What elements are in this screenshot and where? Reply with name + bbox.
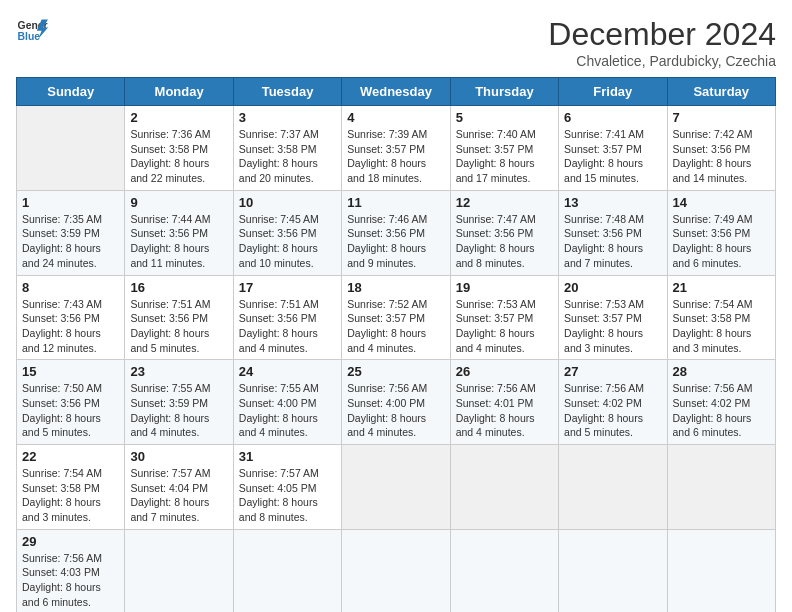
table-row: 10Sunrise: 7:45 AMSunset: 3:56 PMDayligh… [233, 190, 341, 275]
day-detail: Sunrise: 7:52 AMSunset: 3:57 PMDaylight:… [347, 297, 444, 356]
logo: General Blue [16, 16, 48, 44]
day-number: 31 [239, 449, 336, 464]
day-number: 25 [347, 364, 444, 379]
day-detail: Sunrise: 7:46 AMSunset: 3:56 PMDaylight:… [347, 212, 444, 271]
day-detail: Sunrise: 7:51 AMSunset: 3:56 PMDaylight:… [130, 297, 227, 356]
table-row: 28Sunrise: 7:56 AMSunset: 4:02 PMDayligh… [667, 360, 775, 445]
day-number: 14 [673, 195, 770, 210]
day-number: 9 [130, 195, 227, 210]
table-row [342, 529, 450, 612]
day-detail: Sunrise: 7:43 AMSunset: 3:56 PMDaylight:… [22, 297, 119, 356]
day-detail: Sunrise: 7:42 AMSunset: 3:56 PMDaylight:… [673, 127, 770, 186]
table-row: 4Sunrise: 7:39 AMSunset: 3:57 PMDaylight… [342, 106, 450, 191]
header-row: Sunday Monday Tuesday Wednesday Thursday… [17, 78, 776, 106]
col-monday: Monday [125, 78, 233, 106]
day-number: 16 [130, 280, 227, 295]
table-row: 12Sunrise: 7:47 AMSunset: 3:56 PMDayligh… [450, 190, 558, 275]
day-number: 29 [22, 534, 119, 549]
day-number: 21 [673, 280, 770, 295]
day-number: 15 [22, 364, 119, 379]
day-number: 19 [456, 280, 553, 295]
day-number: 5 [456, 110, 553, 125]
col-saturday: Saturday [667, 78, 775, 106]
day-detail: Sunrise: 7:51 AMSunset: 3:56 PMDaylight:… [239, 297, 336, 356]
day-number: 11 [347, 195, 444, 210]
day-number: 27 [564, 364, 661, 379]
day-number: 20 [564, 280, 661, 295]
day-number: 8 [22, 280, 119, 295]
col-thursday: Thursday [450, 78, 558, 106]
day-detail: Sunrise: 7:35 AMSunset: 3:59 PMDaylight:… [22, 212, 119, 271]
table-row: 23Sunrise: 7:55 AMSunset: 3:59 PMDayligh… [125, 360, 233, 445]
table-row: 26Sunrise: 7:56 AMSunset: 4:01 PMDayligh… [450, 360, 558, 445]
table-row: 21Sunrise: 7:54 AMSunset: 3:58 PMDayligh… [667, 275, 775, 360]
svg-text:Blue: Blue [18, 31, 41, 42]
day-detail: Sunrise: 7:45 AMSunset: 3:56 PMDaylight:… [239, 212, 336, 271]
table-row [667, 529, 775, 612]
day-detail: Sunrise: 7:53 AMSunset: 3:57 PMDaylight:… [564, 297, 661, 356]
title-block: December 2024 Chvaletice, Pardubicky, Cz… [548, 16, 776, 69]
table-row: 9Sunrise: 7:44 AMSunset: 3:56 PMDaylight… [125, 190, 233, 275]
day-detail: Sunrise: 7:47 AMSunset: 3:56 PMDaylight:… [456, 212, 553, 271]
table-row: 24Sunrise: 7:55 AMSunset: 4:00 PMDayligh… [233, 360, 341, 445]
table-row: 7Sunrise: 7:42 AMSunset: 3:56 PMDaylight… [667, 106, 775, 191]
col-wednesday: Wednesday [342, 78, 450, 106]
day-number: 3 [239, 110, 336, 125]
col-sunday: Sunday [17, 78, 125, 106]
day-detail: Sunrise: 7:37 AMSunset: 3:58 PMDaylight:… [239, 127, 336, 186]
table-row [342, 445, 450, 530]
location-subtitle: Chvaletice, Pardubicky, Czechia [548, 53, 776, 69]
table-row: 18Sunrise: 7:52 AMSunset: 3:57 PMDayligh… [342, 275, 450, 360]
day-detail: Sunrise: 7:56 AMSunset: 4:00 PMDaylight:… [347, 381, 444, 440]
table-row: 8Sunrise: 7:43 AMSunset: 3:56 PMDaylight… [17, 275, 125, 360]
calendar-week-1: 1Sunrise: 7:35 AMSunset: 3:59 PMDaylight… [17, 190, 776, 275]
day-number: 23 [130, 364, 227, 379]
table-row: 1Sunrise: 7:35 AMSunset: 3:59 PMDaylight… [17, 190, 125, 275]
table-row [233, 529, 341, 612]
day-number: 7 [673, 110, 770, 125]
table-row: 31Sunrise: 7:57 AMSunset: 4:05 PMDayligh… [233, 445, 341, 530]
calendar-week-4: 22Sunrise: 7:54 AMSunset: 3:58 PMDayligh… [17, 445, 776, 530]
calendar-week-2: 8Sunrise: 7:43 AMSunset: 3:56 PMDaylight… [17, 275, 776, 360]
day-number: 1 [22, 195, 119, 210]
day-detail: Sunrise: 7:41 AMSunset: 3:57 PMDaylight:… [564, 127, 661, 186]
day-detail: Sunrise: 7:49 AMSunset: 3:56 PMDaylight:… [673, 212, 770, 271]
table-row: 14Sunrise: 7:49 AMSunset: 3:56 PMDayligh… [667, 190, 775, 275]
day-number: 12 [456, 195, 553, 210]
day-detail: Sunrise: 7:56 AMSunset: 4:02 PMDaylight:… [673, 381, 770, 440]
day-detail: Sunrise: 7:55 AMSunset: 4:00 PMDaylight:… [239, 381, 336, 440]
table-row: 3Sunrise: 7:37 AMSunset: 3:58 PMDaylight… [233, 106, 341, 191]
table-row [450, 529, 558, 612]
day-number: 28 [673, 364, 770, 379]
day-detail: Sunrise: 7:54 AMSunset: 3:58 PMDaylight:… [673, 297, 770, 356]
day-number: 17 [239, 280, 336, 295]
calendar-week-5: 29Sunrise: 7:56 AMSunset: 4:03 PMDayligh… [17, 529, 776, 612]
table-row: 29Sunrise: 7:56 AMSunset: 4:03 PMDayligh… [17, 529, 125, 612]
table-row: 20Sunrise: 7:53 AMSunset: 3:57 PMDayligh… [559, 275, 667, 360]
page-header: General Blue December 2024 Chvaletice, P… [16, 16, 776, 69]
day-number: 26 [456, 364, 553, 379]
calendar-week-3: 15Sunrise: 7:50 AMSunset: 3:56 PMDayligh… [17, 360, 776, 445]
day-number: 2 [130, 110, 227, 125]
table-row: 25Sunrise: 7:56 AMSunset: 4:00 PMDayligh… [342, 360, 450, 445]
table-row: 2Sunrise: 7:36 AMSunset: 3:58 PMDaylight… [125, 106, 233, 191]
table-row: 19Sunrise: 7:53 AMSunset: 3:57 PMDayligh… [450, 275, 558, 360]
col-friday: Friday [559, 78, 667, 106]
day-number: 22 [22, 449, 119, 464]
table-row: 22Sunrise: 7:54 AMSunset: 3:58 PMDayligh… [17, 445, 125, 530]
table-row [559, 529, 667, 612]
day-number: 6 [564, 110, 661, 125]
day-detail: Sunrise: 7:56 AMSunset: 4:01 PMDaylight:… [456, 381, 553, 440]
month-title: December 2024 [548, 16, 776, 53]
table-row: 17Sunrise: 7:51 AMSunset: 3:56 PMDayligh… [233, 275, 341, 360]
table-row [559, 445, 667, 530]
day-number: 13 [564, 195, 661, 210]
table-row [667, 445, 775, 530]
day-number: 18 [347, 280, 444, 295]
logo-icon: General Blue [16, 16, 48, 44]
day-detail: Sunrise: 7:44 AMSunset: 3:56 PMDaylight:… [130, 212, 227, 271]
table-row [17, 106, 125, 191]
day-detail: Sunrise: 7:36 AMSunset: 3:58 PMDaylight:… [130, 127, 227, 186]
calendar-table: Sunday Monday Tuesday Wednesday Thursday… [16, 77, 776, 612]
table-row: 27Sunrise: 7:56 AMSunset: 4:02 PMDayligh… [559, 360, 667, 445]
